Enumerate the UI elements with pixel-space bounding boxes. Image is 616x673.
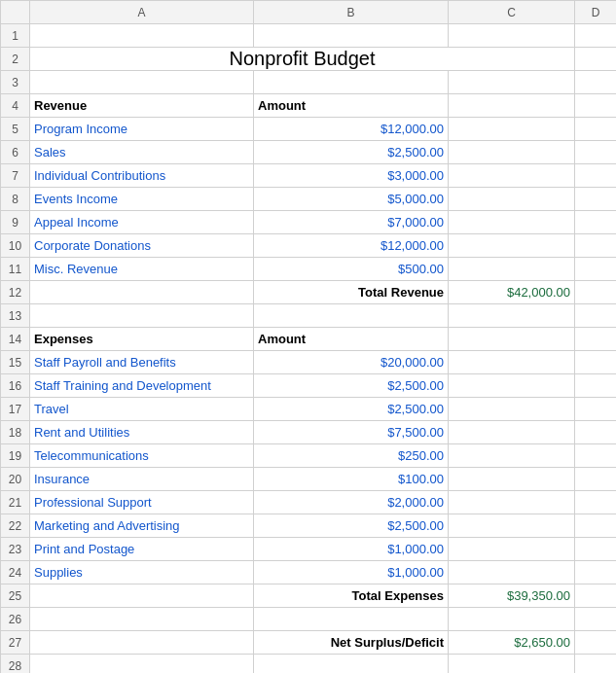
cell-23c[interactable] <box>449 538 575 561</box>
cell-26d[interactable] <box>575 608 617 631</box>
cell-1b[interactable] <box>254 24 449 48</box>
cell-print-postage-amount[interactable]: $1,000.00 <box>254 538 449 561</box>
cell-total-revenue-value[interactable]: $42,000.00 <box>449 281 575 304</box>
cell-26a[interactable] <box>30 608 254 631</box>
cell-20d[interactable] <box>575 468 617 491</box>
cell-staff-payroll[interactable]: Staff Payroll and Benefits <box>30 351 254 374</box>
cell-1c[interactable] <box>449 24 575 48</box>
cell-24c[interactable] <box>449 561 575 584</box>
cell-appeal-income[interactable]: Appeal Income <box>30 211 254 234</box>
cell-16d[interactable] <box>575 374 617 398</box>
cell-misc-revenue-amount[interactable]: $500.00 <box>254 258 449 281</box>
cell-events-income-amount[interactable]: $5,000.00 <box>254 188 449 211</box>
cell-8c[interactable] <box>449 188 575 211</box>
cell-insurance-amount[interactable]: $100.00 <box>254 468 449 491</box>
cell-4d[interactable] <box>575 94 617 118</box>
cell-3b[interactable] <box>254 71 449 94</box>
cell-25d[interactable] <box>575 584 617 608</box>
cell-1a[interactable] <box>30 24 254 48</box>
cell-13d[interactable] <box>575 304 617 328</box>
cell-23d[interactable] <box>575 538 617 561</box>
col-header-a[interactable]: A <box>30 1 254 24</box>
cell-19d[interactable] <box>575 444 617 468</box>
cell-9c[interactable] <box>449 211 575 234</box>
cell-supplies-amount[interactable]: $1,000.00 <box>254 561 449 584</box>
cell-rent-utilities[interactable]: Rent and Utilities <box>30 421 254 444</box>
cell-appeal-income-amount[interactable]: $7,000.00 <box>254 211 449 234</box>
cell-staff-training[interactable]: Staff Training and Development <box>30 374 254 398</box>
cell-rent-utilities-amount[interactable]: $7,500.00 <box>254 421 449 444</box>
cell-travel-amount[interactable]: $2,500.00 <box>254 398 449 421</box>
cell-27d[interactable] <box>575 631 617 655</box>
cell-28b[interactable] <box>254 655 449 674</box>
cell-events-income[interactable]: Events Income <box>30 188 254 211</box>
cell-3c[interactable] <box>449 71 575 94</box>
cell-revenue-header[interactable]: Revenue <box>30 94 254 118</box>
cell-amount-header-revenue[interactable]: Amount <box>254 94 449 118</box>
cell-7c[interactable] <box>449 164 575 188</box>
title-cell[interactable]: Nonprofit Budget <box>30 48 575 71</box>
cell-21d[interactable] <box>575 491 617 514</box>
cell-professional-support-amount[interactable]: $2,000.00 <box>254 491 449 514</box>
cell-telecommunications-amount[interactable]: $250.00 <box>254 444 449 468</box>
cell-net-surplus-label[interactable]: Net Surplus/Deficit <box>254 631 449 655</box>
cell-16c[interactable] <box>449 374 575 398</box>
col-header-d[interactable]: D <box>575 1 617 24</box>
cell-28c[interactable] <box>449 655 575 674</box>
cell-5d[interactable] <box>575 118 617 141</box>
cell-11c[interactable] <box>449 258 575 281</box>
cell-11d[interactable] <box>575 258 617 281</box>
cell-17d[interactable] <box>575 398 617 421</box>
cell-17c[interactable] <box>449 398 575 421</box>
cell-2d[interactable] <box>575 48 617 71</box>
cell-expenses-header[interactable]: Expenses <box>30 328 254 351</box>
cell-marketing[interactable]: Marketing and Advertising <box>30 514 254 538</box>
cell-3a[interactable] <box>30 71 254 94</box>
cell-individual-contributions-amount[interactable]: $3,000.00 <box>254 164 449 188</box>
col-header-b[interactable]: B <box>254 1 449 24</box>
cell-14d[interactable] <box>575 328 617 351</box>
cell-28d[interactable] <box>575 655 617 674</box>
cell-misc-revenue[interactable]: Misc. Revenue <box>30 258 254 281</box>
cell-13c[interactable] <box>449 304 575 328</box>
cell-10c[interactable] <box>449 234 575 258</box>
cell-staff-payroll-amount[interactable]: $20,000.00 <box>254 351 449 374</box>
cell-1d[interactable] <box>575 24 617 48</box>
cell-15c[interactable] <box>449 351 575 374</box>
cell-4c[interactable] <box>449 94 575 118</box>
cell-program-income-amount[interactable]: $12,000.00 <box>254 118 449 141</box>
cell-sales-amount[interactable]: $2,500.00 <box>254 141 449 164</box>
cell-27a[interactable] <box>30 631 254 655</box>
cell-supplies[interactable]: Supplies <box>30 561 254 584</box>
cell-total-expenses-value[interactable]: $39,350.00 <box>449 584 575 608</box>
cell-3d[interactable] <box>575 71 617 94</box>
cell-program-income[interactable]: Program Income <box>30 118 254 141</box>
cell-total-expenses-label[interactable]: Total Expenses <box>254 584 449 608</box>
cell-13a[interactable] <box>30 304 254 328</box>
cell-net-surplus-value[interactable]: $2,650.00 <box>449 631 575 655</box>
cell-8d[interactable] <box>575 188 617 211</box>
cell-7d[interactable] <box>575 164 617 188</box>
cell-28a[interactable] <box>30 655 254 674</box>
cell-corporate-donations[interactable]: Corporate Donations <box>30 234 254 258</box>
cell-22c[interactable] <box>449 514 575 538</box>
cell-25a[interactable] <box>30 584 254 608</box>
cell-6c[interactable] <box>449 141 575 164</box>
cell-telecommunications[interactable]: Telecommunications <box>30 444 254 468</box>
cell-20c[interactable] <box>449 468 575 491</box>
cell-individual-contributions[interactable]: Individual Contributions <box>30 164 254 188</box>
cell-10d[interactable] <box>575 234 617 258</box>
cell-professional-support[interactable]: Professional Support <box>30 491 254 514</box>
cell-12d[interactable] <box>575 281 617 304</box>
cell-18d[interactable] <box>575 421 617 444</box>
col-header-c[interactable]: C <box>449 1 575 24</box>
cell-21c[interactable] <box>449 491 575 514</box>
cell-26b[interactable] <box>254 608 449 631</box>
cell-corporate-donations-amount[interactable]: $12,000.00 <box>254 234 449 258</box>
cell-6d[interactable] <box>575 141 617 164</box>
cell-insurance[interactable]: Insurance <box>30 468 254 491</box>
cell-travel[interactable]: Travel <box>30 398 254 421</box>
cell-9d[interactable] <box>575 211 617 234</box>
cell-5c[interactable] <box>449 118 575 141</box>
cell-18c[interactable] <box>449 421 575 444</box>
